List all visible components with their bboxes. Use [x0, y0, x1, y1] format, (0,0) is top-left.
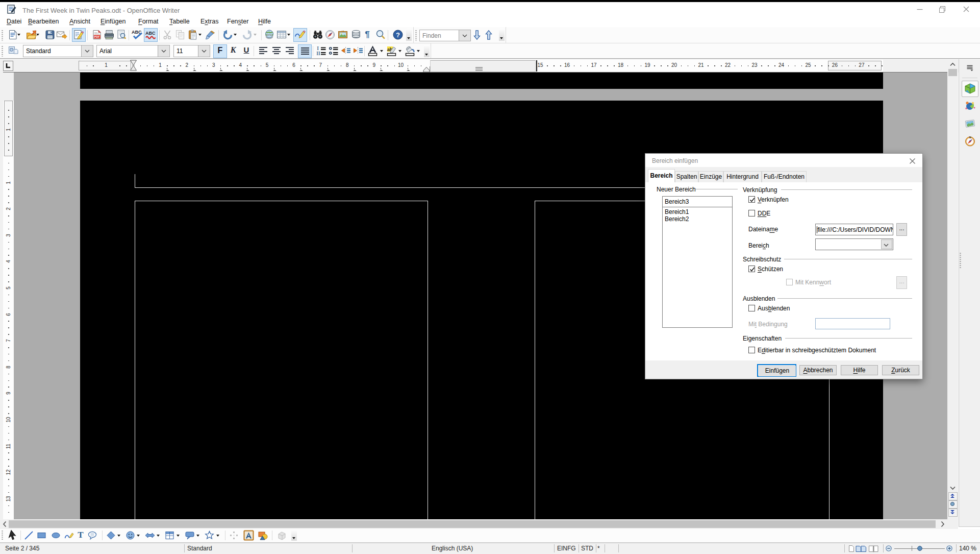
hide-checkbox-label[interactable]: Ausblenden — [758, 305, 790, 312]
background-color-dropdown-arrow[interactable] — [417, 50, 420, 52]
link-checkbox[interactable] — [748, 196, 755, 203]
highlight-color-icon[interactable]: ab — [386, 45, 397, 57]
paragraph-style-select[interactable]: Standard — [23, 45, 93, 57]
find-toolbar-more-button[interactable] — [499, 29, 505, 41]
spellcheck-icon[interactable]: ABC — [131, 29, 143, 40]
sidebar-styles-tab[interactable] — [962, 99, 978, 114]
menu-bearbeiten[interactable]: Bearbeiten — [23, 17, 63, 26]
select-tool-icon[interactable] — [8, 530, 18, 541]
menu-extras[interactable]: Extras — [196, 17, 223, 26]
vertical-ruler[interactable]: 112345678910111213 — [3, 73, 14, 520]
column-gap-grip-icon[interactable] — [475, 64, 483, 68]
hyperlink-icon[interactable] — [264, 29, 275, 40]
symbol-shapes-dropdown[interactable] — [137, 535, 140, 537]
print-preview-icon[interactable] — [116, 29, 127, 40]
navigator-icon[interactable] — [324, 29, 336, 40]
filename-browse-button[interactable]: ... — [896, 223, 907, 236]
rectangle-tool-icon[interactable] — [37, 531, 46, 540]
background-color-icon[interactable] — [405, 45, 416, 57]
from-file-icon[interactable] — [258, 530, 268, 541]
text-tool-icon[interactable]: T — [76, 530, 85, 540]
status-page-number[interactable]: Seite 2 / 345 — [5, 545, 39, 552]
tab-stop-selector[interactable] — [3, 61, 13, 71]
paste-dropdown-arrow[interactable] — [198, 34, 202, 36]
protect-checkbox-label[interactable]: Schützen — [758, 266, 783, 273]
table-icon[interactable] — [276, 29, 287, 40]
sidebar-gallery-tab[interactable] — [962, 116, 978, 131]
find-replace-icon[interactable] — [312, 29, 323, 40]
new-dropdown-arrow[interactable] — [17, 34, 20, 36]
edit-file-toggle[interactable] — [72, 28, 86, 42]
help-icon[interactable]: ? — [392, 29, 404, 40]
highlight-color-dropdown-arrow[interactable] — [398, 50, 401, 52]
view-single-page-icon[interactable] — [848, 545, 855, 552]
font-color-dropdown-arrow[interactable] — [380, 50, 383, 52]
font-name-dropdown[interactable] — [158, 45, 169, 57]
freeform-tool-icon[interactable] — [64, 531, 74, 540]
section-name-input[interactable]: Bereich3 — [662, 196, 733, 207]
zoom-slider-handle[interactable] — [917, 546, 922, 551]
editable-checkbox[interactable] — [748, 347, 755, 353]
dde-checkbox-label[interactable]: DDE — [758, 210, 770, 217]
flowchart-icon[interactable] — [165, 531, 174, 540]
status-zoom-value[interactable]: 140 % — [959, 545, 976, 552]
basic-shapes-dropdown[interactable] — [117, 535, 120, 537]
align-right-icon[interactable] — [285, 45, 295, 56]
editable-checkbox-label[interactable]: Editierbar in schreibgeschütztem Dokumen… — [758, 347, 876, 354]
sidebar-properties-tab[interactable] — [962, 81, 978, 97]
status-insert-mode[interactable]: EINFG — [557, 545, 576, 552]
vertical-scrollbar[interactable] — [947, 59, 958, 519]
find-next-icon[interactable] — [473, 30, 481, 40]
font-size-dropdown[interactable] — [198, 45, 210, 57]
dialog-close-icon[interactable] — [909, 158, 916, 164]
status-language[interactable]: Englisch (USA) — [432, 545, 473, 552]
find-dropdown-button[interactable] — [459, 30, 470, 41]
export-pdf-icon[interactable]: PDF — [91, 29, 103, 40]
find-previous-icon[interactable] — [485, 30, 493, 40]
tab-einzuege[interactable]: Einzüge — [698, 171, 723, 182]
back-button[interactable]: Zurück — [882, 365, 919, 375]
stars-dropdown[interactable] — [216, 535, 219, 537]
font-name-select[interactable]: Arial — [96, 45, 170, 57]
paragraph-style-icon[interactable] — [8, 45, 19, 56]
condition-input[interactable] — [815, 318, 890, 329]
section-list-item[interactable]: Bereich1 — [665, 208, 689, 215]
section-select-dropdown[interactable] — [881, 239, 892, 249]
scroll-up-icon[interactable] — [950, 62, 956, 66]
flowchart-dropdown[interactable] — [177, 535, 180, 537]
indent-marker-left[interactable] — [130, 60, 137, 72]
insert-button[interactable]: Einfügen — [759, 366, 796, 376]
tab-hintergrund[interactable]: Hintergrund — [723, 171, 762, 182]
numbered-list-icon[interactable]: I II — [316, 45, 326, 56]
format-paintbrush-icon[interactable] — [205, 29, 216, 40]
close-button[interactable] — [963, 6, 970, 13]
paragraph-style-dropdown[interactable] — [81, 45, 93, 57]
view-multi-page-icon[interactable] — [856, 545, 867, 552]
increase-indent-icon[interactable] — [353, 45, 363, 56]
open-dropdown-arrow[interactable] — [36, 34, 39, 36]
horizontal-scrollbar[interactable] — [0, 519, 958, 529]
email-icon[interactable] — [56, 29, 67, 40]
toolbar-grip[interactable] — [2, 30, 3, 41]
callouts-shapes-icon[interactable] — [185, 531, 195, 540]
draw-functions-toggle[interactable] — [293, 28, 307, 42]
horizontal-ruler[interactable]: 11234567891015161718192021222324252627 — [80, 60, 883, 72]
status-page-style[interactable]: Standard — [187, 545, 212, 552]
menu-hilfe[interactable]: Hilfe — [254, 17, 275, 26]
cancel-button[interactable]: Abbrechen — [799, 365, 837, 375]
protect-checkbox[interactable] — [748, 266, 755, 272]
font-color-icon[interactable] — [367, 45, 379, 57]
section-list[interactable]: Bereich1 Bereich2 — [662, 207, 733, 328]
decrease-indent-icon[interactable] — [341, 45, 351, 56]
find-input[interactable]: Finden — [419, 30, 471, 41]
menu-format[interactable]: Format — [134, 17, 163, 26]
line-tool-icon[interactable] — [24, 531, 34, 540]
underline-button[interactable]: U — [241, 45, 252, 54]
autospellcheck-toggle[interactable]: ABC — [144, 28, 158, 42]
tab-spalten[interactable]: Spalten — [675, 171, 698, 182]
drawing-toolbar-grip[interactable] — [2, 530, 3, 541]
undo-icon[interactable] — [222, 29, 233, 40]
toolbar-more-button[interactable] — [406, 29, 412, 41]
drawing-more-button[interactable] — [291, 530, 297, 541]
zoom-in-button[interactable] — [946, 545, 952, 551]
